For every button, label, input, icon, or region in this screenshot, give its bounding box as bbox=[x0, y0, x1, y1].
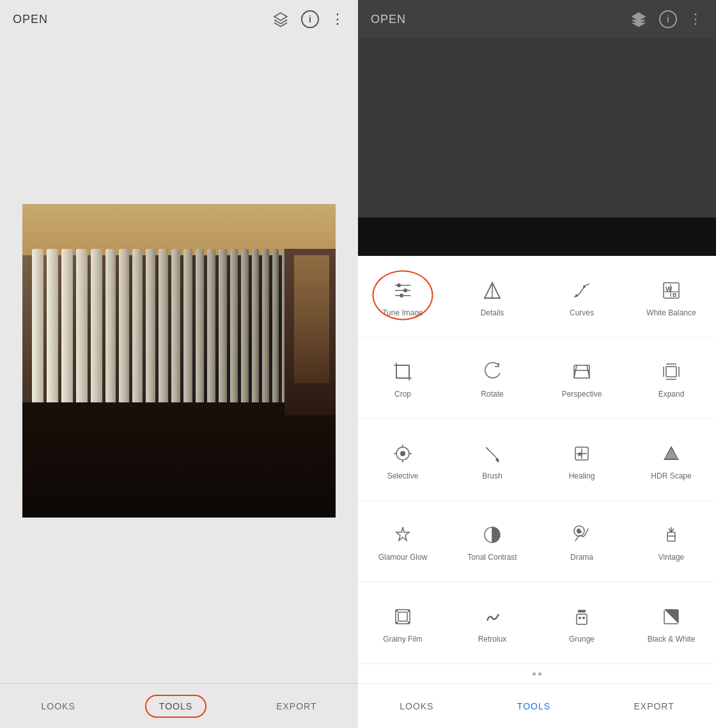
left-image-area bbox=[0, 38, 358, 683]
svg-rect-20 bbox=[666, 367, 676, 377]
svg-line-31 bbox=[487, 448, 496, 457]
tool-perspective[interactable]: Perspective bbox=[537, 338, 626, 420]
layers-icon[interactable] bbox=[272, 10, 290, 28]
tool-curves[interactable]: Curves bbox=[537, 256, 626, 338]
tonal-contrast-label: Tonal Contrast bbox=[467, 553, 517, 563]
drama-label: Drama bbox=[570, 553, 593, 563]
left-bottom-bar: LOOKS TOOLS EXPORT bbox=[0, 683, 358, 728]
right-tab-export[interactable]: EXPORT bbox=[621, 696, 687, 716]
drama-icon bbox=[569, 522, 595, 548]
crop-icon bbox=[390, 359, 416, 384]
more-dots bbox=[358, 664, 716, 683]
right-image-area bbox=[358, 38, 716, 218]
svg-marker-37 bbox=[665, 448, 678, 459]
tool-brush[interactable]: Brush bbox=[447, 419, 537, 501]
vintage-label: Vintage bbox=[658, 553, 684, 563]
right-tab-looks[interactable]: LOOKS bbox=[387, 696, 446, 716]
hdr-scape-icon bbox=[658, 441, 684, 466]
rotate-icon bbox=[479, 359, 505, 384]
svg-point-8 bbox=[575, 294, 578, 297]
right-info-icon[interactable]: i bbox=[659, 10, 677, 28]
tool-grainy-film[interactable]: Grainy Film bbox=[358, 582, 447, 664]
selective-icon bbox=[390, 441, 416, 466]
perspective-label: Perspective bbox=[562, 390, 602, 400]
tool-selective[interactable]: Selective bbox=[358, 419, 447, 501]
grunge-label: Grunge bbox=[569, 635, 595, 645]
right-header-icons: i ⋮ bbox=[630, 10, 703, 28]
right-open-button[interactable]: OPEN bbox=[371, 13, 406, 26]
brush-icon bbox=[479, 441, 505, 466]
dot2 bbox=[538, 672, 541, 676]
svg-rect-45 bbox=[398, 612, 407, 621]
tool-black-white[interactable]: Black & White bbox=[626, 582, 716, 664]
details-icon bbox=[479, 278, 505, 303]
left-header-icons: i ⋮ bbox=[272, 10, 345, 28]
svg-text:B: B bbox=[673, 292, 677, 298]
selective-label: Selective bbox=[387, 471, 419, 482]
tool-rotate[interactable]: Rotate bbox=[447, 338, 537, 420]
grunge-icon bbox=[569, 604, 595, 629]
tool-tonal-contrast[interactable]: Tonal Contrast bbox=[447, 501, 537, 583]
grainy-film-icon bbox=[390, 604, 416, 629]
svg-marker-38 bbox=[396, 527, 409, 541]
tonal-contrast-icon bbox=[479, 522, 505, 548]
healing-label: Healing bbox=[569, 471, 595, 482]
tool-drama[interactable]: Drama bbox=[537, 501, 626, 583]
tool-hdr-scape[interactable]: HDR Scape bbox=[626, 419, 716, 501]
glamour-glow-icon bbox=[390, 522, 416, 548]
white-balance-icon: W B bbox=[658, 278, 684, 303]
tool-vintage[interactable]: Vintage bbox=[626, 501, 716, 583]
left-panel: OPEN i ⋮ bbox=[0, 0, 358, 728]
right-header: OPEN i ⋮ bbox=[358, 0, 716, 38]
right-more-icon[interactable]: ⋮ bbox=[689, 11, 703, 28]
svg-point-51 bbox=[579, 617, 581, 619]
crop-label: Crop bbox=[394, 390, 411, 400]
tool-retrolux[interactable]: Retrolux bbox=[447, 582, 537, 664]
tool-crop[interactable]: Crop bbox=[358, 338, 447, 420]
right-bottom-bar: LOOKS TOOLS EXPORT bbox=[358, 683, 716, 728]
svg-point-5 bbox=[400, 294, 403, 297]
left-tab-export[interactable]: EXPORT bbox=[263, 696, 329, 716]
left-open-button[interactable]: OPEN bbox=[13, 13, 48, 26]
more-icon[interactable]: ⋮ bbox=[331, 11, 345, 28]
glamour-glow-label: Glamour Glow bbox=[378, 553, 428, 563]
svg-point-52 bbox=[582, 617, 585, 619]
right-layers-icon[interactable] bbox=[630, 10, 648, 28]
grainy-film-label: Grainy Film bbox=[383, 635, 422, 645]
left-tab-tools[interactable]: TOOLS bbox=[145, 695, 206, 718]
info-icon[interactable]: i bbox=[301, 10, 319, 28]
left-header: OPEN i ⋮ bbox=[0, 0, 358, 38]
svg-point-4 bbox=[403, 289, 407, 292]
svg-point-26 bbox=[400, 451, 405, 456]
right-tab-tools[interactable]: TOOLS bbox=[504, 696, 563, 716]
svg-rect-42 bbox=[667, 532, 675, 541]
tool-glamour-glow[interactable]: Glamour Glow bbox=[358, 501, 447, 583]
expand-icon bbox=[658, 359, 684, 384]
curves-icon bbox=[569, 278, 595, 303]
tool-details[interactable]: Details bbox=[447, 256, 537, 338]
retrolux-icon bbox=[479, 604, 505, 629]
tool-tune-image[interactable]: Tune Image bbox=[358, 256, 447, 338]
svg-rect-50 bbox=[577, 614, 587, 624]
dot1 bbox=[533, 672, 536, 676]
black-strip bbox=[358, 218, 716, 256]
svg-point-48 bbox=[396, 621, 398, 623]
black-white-label: Black & White bbox=[648, 635, 696, 645]
svg-point-46 bbox=[396, 610, 398, 612]
photo-image bbox=[22, 204, 336, 518]
svg-point-49 bbox=[408, 621, 410, 623]
retrolux-label: Retrolux bbox=[478, 635, 507, 645]
curves-label: Curves bbox=[570, 308, 594, 319]
svg-point-47 bbox=[408, 610, 410, 612]
svg-point-3 bbox=[397, 283, 401, 287]
tool-white-balance[interactable]: W B White Balance bbox=[626, 256, 716, 338]
tool-healing[interactable]: Healing bbox=[537, 419, 626, 501]
left-tab-looks[interactable]: LOOKS bbox=[29, 696, 88, 716]
tool-grunge[interactable]: Grunge bbox=[537, 582, 626, 664]
tool-expand[interactable]: Expand bbox=[626, 338, 716, 420]
details-label: Details bbox=[481, 308, 504, 319]
perspective-icon bbox=[569, 359, 595, 384]
tune-image-label: Tune Image bbox=[382, 308, 423, 319]
black-white-icon bbox=[658, 604, 684, 629]
tools-grid: Tune Image Details Curves bbox=[358, 256, 716, 664]
